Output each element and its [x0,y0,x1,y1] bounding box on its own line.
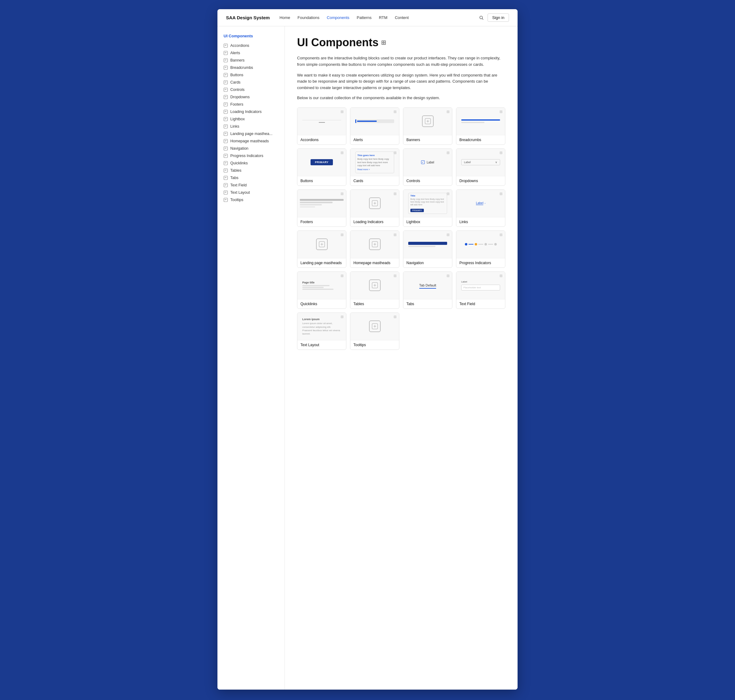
component-card-homepage[interactable]: ⊞ Homepage mastheads [350,231,399,268]
card-corner-icon: ⊞ [393,192,396,196]
component-card-footers[interactable]: ⊞ Footers [297,190,346,227]
alert-preview [355,119,394,123]
component-card-cards[interactable]: ⊞ This goes here Body copy text here Bod… [350,149,399,186]
card-label: Footers [298,217,346,226]
card-preview-alerts: ⊞ [351,108,399,135]
sidebar-item-loading-indicators[interactable]: Loading Indicators [217,108,284,115]
component-card-banners[interactable]: ⊞ Banners [403,107,452,145]
card-label: Alerts [351,135,399,144]
nav-foundations[interactable]: Foundations [298,14,320,21]
component-card-alerts[interactable]: ⊞ Alerts [350,107,399,145]
card-label: Text Layout [298,340,346,350]
component-icon [224,95,228,99]
sidebar-item-navigation[interactable]: Navigation [217,145,284,152]
card-label: Buttons [298,176,346,185]
nav-patterns[interactable]: Patterns [357,14,371,21]
sidebar-item-footers[interactable]: Footers [217,101,284,108]
dropdown-preview: Label ∨ [461,159,500,165]
card-corner-icon: ⊞ [340,315,344,319]
component-icon [224,198,228,202]
nav-preview [408,242,447,247]
sidebar-item-breadcrumbs[interactable]: Breadcrumbs [217,64,284,71]
textlayout-preview: Lorem ipsum Lorem ipsum dolor sit amet, … [302,318,341,335]
component-card-loading[interactable]: ⊞ Loading Indicators [350,190,399,227]
card-corner-icon: ⊞ [446,232,449,237]
card-preview-quicklinks: ⊞ Page title [298,272,346,299]
component-card-textlayout[interactable]: ⊞ Lorem ipsum Lorem ipsum dolor sit amet… [297,313,346,350]
button-preview: PRIMARY [311,159,333,165]
component-card-textfield[interactable]: ⊞ Label Placeholder text Text Field [456,272,505,309]
component-card-controls[interactable]: ⊞ ✓ Label Controls [403,149,452,186]
sidebar-item-links[interactable]: Links [217,123,284,130]
sidebar-section-title: UI Components [217,34,284,42]
component-card-lightbox[interactable]: ⊞ Title Body copy text here Body copy te… [403,190,452,227]
card-corner-icon: ⊞ [393,315,396,319]
sidebar-item-tooltips[interactable]: Tooltips [217,196,284,203]
card-corner-icon: ⊞ [499,274,502,278]
component-card-tabs[interactable]: ⊞ Tab Default Tabs [403,272,452,309]
box-icon [369,279,381,291]
component-icon [224,110,228,114]
card-preview-controls: ⊞ ✓ Label [403,149,452,176]
component-card-buttons[interactable]: ⊞ PRIMARY Buttons [297,149,346,186]
sidebar-item-buttons[interactable]: Buttons [217,71,284,79]
box-icon [369,321,381,332]
component-card-accordions[interactable]: ⊞ Accordions [297,107,346,145]
card-preview-homepage: ⊞ [351,231,399,258]
component-icon [224,124,228,129]
sidebar-item-quicklinks[interactable]: Quicklinks [217,159,284,167]
card-corner-icon: ⊞ [340,232,344,237]
card-preview-links: ⊞ Label › [456,190,505,217]
nav-home[interactable]: Home [280,14,290,21]
search-button[interactable] [479,15,484,20]
component-card-landing[interactable]: ⊞ Landing page mastheads [297,231,346,268]
nav-rtm[interactable]: RTM [379,14,387,21]
sidebar-item-lightbox[interactable]: Lightbox [217,115,284,123]
sidebar-item-text-field[interactable]: Text Field [217,181,284,189]
component-card-navigation[interactable]: ⊞ Navigation [403,231,452,268]
component-icon [224,73,228,77]
nav-components[interactable]: Components [327,14,349,21]
box-icon [422,115,434,127]
component-icon [224,102,228,106]
search-icon [479,15,484,20]
component-grid: ⊞ Accordions ⊞ [297,107,505,350]
card-corner-icon: ⊞ [446,192,449,196]
component-card-tooltips[interactable]: ⊞ Tooltips [350,313,399,350]
sidebar-item-landing-mastheads[interactable]: Landing page masthea... [217,130,284,137]
component-card-tables[interactable]: ⊞ Tables [350,272,399,309]
component-card-progress[interactable]: ⊞ Progress Indicators [456,231,505,268]
sidebar-item-homepage-mastheads[interactable]: Homepage mastheads [217,137,284,145]
sidebar-item-dropdowns[interactable]: Dropdowns [217,93,284,101]
component-icon [224,132,228,136]
sidebar-item-progress-indicators[interactable]: Progress Indicators [217,152,284,159]
sidebar-item-banners[interactable]: Banners [217,57,284,64]
component-card-quicklinks[interactable]: ⊞ Page title Quicklinks [297,272,346,309]
sidebar-item-alerts[interactable]: Alerts [217,49,284,57]
sidebar-item-text-layout[interactable]: Text Layout [217,189,284,196]
sidebar-item-cards[interactable]: Cards [217,79,284,86]
card-corner-icon: ⊞ [446,151,449,155]
component-icon [224,80,228,84]
sidebar-item-tables[interactable]: Tables [217,167,284,174]
card-label: Controls [403,176,452,185]
accordion-preview [302,120,341,123]
sidebar-item-accordions[interactable]: Accordions [217,42,284,49]
card-corner-icon: ⊞ [499,151,502,155]
checkbox-preview: ✓ Label [421,160,434,164]
card-corner-icon: ⊞ [340,274,344,278]
sidebar-item-controls[interactable]: Controls [217,86,284,93]
sign-in-button[interactable]: Sign in [488,13,509,22]
card-corner-icon: ⊞ [393,274,396,278]
component-card-links[interactable]: ⊞ Label › Links [456,190,505,227]
sidebar-item-tabs[interactable]: Tabs [217,174,284,181]
card-corner-icon: ⊞ [393,232,396,237]
nav-content[interactable]: Content [395,14,409,21]
box-icon [369,197,381,209]
card-label: Links [456,217,505,226]
component-card-breadcrumbs[interactable]: ⊞ Breadcrumbs [456,107,505,145]
card-label: Quicklinks [298,299,346,309]
component-card-dropdowns[interactable]: ⊞ Label ∨ Dropdowns [456,149,505,186]
main-content: UI Components ⊞ Components are the inter… [285,26,518,690]
card-preview-textfield: ⊞ Label Placeholder text [456,272,505,299]
